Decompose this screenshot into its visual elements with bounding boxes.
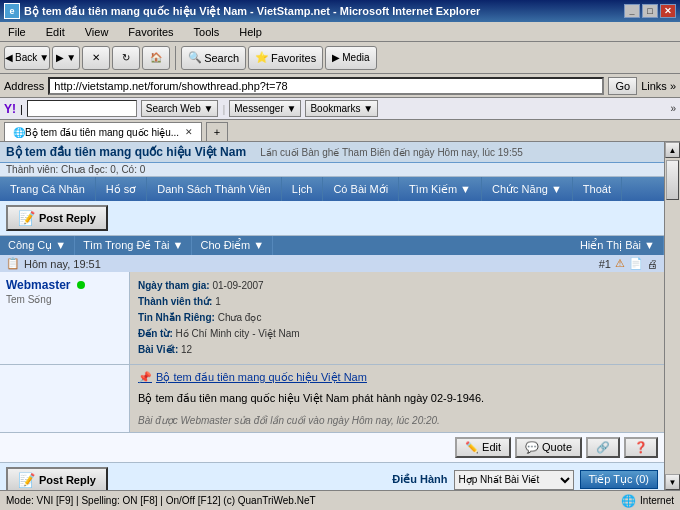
yahoo-separator: | — [20, 103, 23, 115]
close-button[interactable]: ✕ — [660, 4, 676, 18]
post-text-column: 📌 Bộ tem đầu tiên mang quốc hiệu Việt Na… — [130, 365, 664, 432]
yahoo-bookmarks-button[interactable]: Bookmarks ▼ — [305, 100, 378, 117]
forum-sub-info: Thành viên: Chưa đọc: 0, Có: 0 — [0, 163, 664, 177]
menu-help[interactable]: Help — [235, 24, 266, 40]
main-area: Bộ tem đầu tiên mang quốc hiệu Việt Nam … — [0, 142, 680, 490]
quote-label: Quote — [542, 441, 572, 453]
favorites-button[interactable]: ⭐ Favorites — [248, 46, 323, 70]
maximize-button[interactable]: □ — [642, 4, 658, 18]
join-date-label: Ngày tham gia: — [138, 280, 210, 291]
cong-cu-label: Công Cụ ▼ — [8, 239, 66, 252]
subject-icon: 📌 — [138, 371, 152, 384]
scroll-down-button[interactable]: ▼ — [665, 474, 680, 490]
quote-button[interactable]: 💬 Quote — [515, 437, 582, 458]
menu-file[interactable]: File — [4, 24, 30, 40]
home-button[interactable]: 🏠 — [142, 46, 170, 70]
post-reply-button[interactable]: 📝 Post Reply — [6, 205, 108, 231]
inbox-label: Tin Nhắn Riêng: — [138, 312, 215, 323]
yahoo-search-input[interactable] — [27, 100, 137, 117]
cong-cu-dropdown[interactable]: Công Cụ ▼ — [0, 236, 75, 255]
post-number-area: #1 ⚠ 📄 🖨 — [599, 257, 658, 270]
bottom-post-reply-button[interactable]: 📝 Post Reply — [6, 467, 108, 491]
tab-close-icon[interactable]: ✕ — [185, 127, 193, 137]
help-icon: ❓ — [634, 441, 648, 454]
post-date-icon: 📋 — [6, 257, 20, 270]
nav-tab-profile[interactable]: Trang Cá Nhân — [0, 177, 96, 201]
warning-icon: ⚠ — [615, 257, 625, 270]
tab-icon: 🌐 — [13, 127, 25, 138]
yahoo-separator2: | — [222, 103, 225, 115]
yahoo-search-web-button[interactable]: Search Web ▼ — [141, 100, 219, 117]
browser-icon: e — [4, 3, 20, 19]
post-reply-toolbar: 📝 Post Reply — [0, 201, 664, 236]
nav-tab-members[interactable]: Danh Sách Thành Viên — [147, 177, 281, 201]
help-button[interactable]: ❓ — [624, 437, 658, 458]
links-button[interactable]: Links » — [641, 80, 676, 92]
address-input[interactable] — [48, 77, 604, 95]
dieu-hanh-label: Điều Hành — [392, 473, 447, 486]
forum-header-title: Bộ tem đầu tiên mang quốc hiệu Việt Nam — [6, 145, 246, 159]
scrollable-content: Bộ tem đầu tiên mang quốc hiệu Việt Nam … — [0, 142, 664, 490]
yahoo-expand-button[interactable]: » — [670, 103, 676, 114]
menu-edit[interactable]: Edit — [42, 24, 69, 40]
edit-label: Edit — [482, 441, 501, 453]
tim-trong-de-tai-dropdown[interactable]: Tìm Trong Đề Tài ▼ — [75, 236, 192, 255]
refresh-button[interactable]: ↻ — [112, 46, 140, 70]
nav-tab-search[interactable]: Tìm Kiếm ▼ — [399, 177, 482, 201]
active-tab[interactable]: 🌐 Bộ tem đầu tiên mang quốc hiệu... ✕ — [4, 122, 202, 141]
bottom-post-reply-label: Post Reply — [39, 474, 96, 486]
address-label: Address — [4, 80, 44, 92]
hien-thi-bai-label: Hiển Thị Bài ▼ — [580, 239, 655, 252]
forward-dropdown-icon: ▼ — [66, 52, 76, 63]
post-edit-note: Bài được Webmaster sửa đổi lần cuối vào … — [138, 415, 656, 426]
window-title: Bộ tem đầu tiên mang quốc hiệu Việt Nam … — [24, 5, 480, 18]
window-controls: _ □ ✕ — [624, 4, 676, 18]
yahoo-logo: Y! — [4, 102, 16, 116]
menu-tools[interactable]: Tools — [190, 24, 224, 40]
post-date: Hôm nay, 19:51 — [24, 258, 101, 270]
media-button[interactable]: ▶ Media — [325, 46, 376, 70]
dieu-hanh-select[interactable]: Hợp Nhất Bài Viết — [454, 470, 574, 490]
nav-tab-logout[interactable]: Thoát — [573, 177, 622, 201]
back-button[interactable]: ◀ Back ▼ — [4, 46, 50, 70]
menu-favorites[interactable]: Favorites — [124, 24, 177, 40]
yahoo-messenger-button[interactable]: Messenger ▼ — [229, 100, 301, 117]
member-type-label: Thành viên thứ: — [138, 296, 212, 307]
menu-view[interactable]: View — [81, 24, 113, 40]
post-user-side — [0, 365, 130, 432]
link-button[interactable]: 🔗 — [586, 437, 620, 458]
nav-tab-profile2[interactable]: Hồ sơ — [96, 177, 148, 201]
forward-button[interactable]: ▶ ▼ — [52, 46, 80, 70]
hien-thi-bai-dropdown[interactable]: Hiển Thị Bài ▼ — [572, 236, 664, 255]
favorites-icon: ⭐ — [255, 51, 269, 64]
username-link[interactable]: Webmaster — [6, 278, 70, 292]
join-date: 01-09-2007 — [212, 280, 263, 291]
status-right: 🌐 Internet — [621, 494, 674, 508]
bottom-post-reply-icon: 📝 — [18, 472, 35, 488]
post-reply-label: Post Reply — [39, 212, 96, 224]
posts-label: Bài Viết: — [138, 344, 178, 355]
inbox: Chưa đọc — [218, 312, 262, 323]
edit-button[interactable]: ✏️ Edit — [455, 437, 511, 458]
tiep-tuc-button[interactable]: Tiếp Tục (0) — [580, 470, 658, 489]
location: Hồ Chí Minh city - Việt Nam — [176, 328, 300, 339]
user-title: Tem Sống — [6, 294, 123, 305]
post-subject-link[interactable]: Bộ tem đầu tiên mang quốc hiệu Việt Nam — [156, 371, 367, 384]
tab-label: Bộ tem đầu tiên mang quốc hiệu... — [25, 127, 179, 138]
scroll-up-button[interactable]: ▲ — [665, 142, 680, 158]
nav-tab-functions[interactable]: Chức Năng ▼ — [482, 177, 573, 201]
internet-label: Internet — [640, 495, 674, 506]
search-button[interactable]: 🔍 Search — [181, 46, 246, 70]
tab-bar: 🌐 Bộ tem đầu tiên mang quốc hiệu... ✕ + — [0, 120, 680, 142]
back-label: Back — [15, 52, 37, 63]
new-tab-button[interactable]: + — [206, 122, 228, 141]
stop-button[interactable]: ✕ — [82, 46, 110, 70]
post-actions-row: ✏️ Edit 💬 Quote 🔗 ❓ — [0, 433, 664, 463]
nav-tab-new-posts[interactable]: Có Bài Mới — [323, 177, 399, 201]
cho-diem-dropdown[interactable]: Cho Điểm ▼ — [192, 236, 273, 255]
post-area: Webmaster Tem Sống Ngày tham gia: 01-09-… — [0, 272, 664, 365]
minimize-button[interactable]: _ — [624, 4, 640, 18]
scroll-thumb[interactable] — [666, 160, 679, 200]
go-button[interactable]: Go — [608, 77, 637, 95]
nav-tab-calendar[interactable]: Lịch — [282, 177, 324, 201]
